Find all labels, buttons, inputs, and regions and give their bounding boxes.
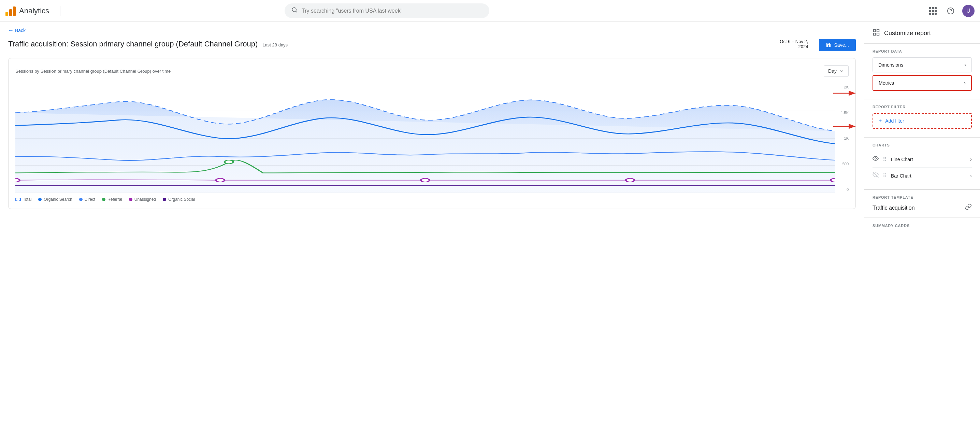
legend-total: Total	[15, 197, 32, 202]
add-filter-label: Add filter	[885, 118, 904, 124]
bar-chart-row[interactable]: ⠿ Bar Chart ›	[872, 168, 972, 184]
report-filter-label: REPORT FILTER	[872, 105, 972, 109]
legend-organic-search-label: Organic Search	[44, 197, 72, 202]
svg-point-13	[626, 178, 634, 182]
save-label: Save...	[834, 42, 849, 48]
metrics-row[interactable]: Metrics ›	[872, 75, 972, 91]
svg-point-14	[830, 178, 835, 182]
search-bar[interactable]	[285, 3, 489, 18]
legend-organic-search: Organic Search	[38, 197, 72, 202]
y-label-1.5k: 1.5K	[836, 111, 849, 115]
legend-organic-social-label: Organic Social	[168, 197, 195, 202]
legend-direct-label: Direct	[84, 197, 95, 202]
chart-area: 2K 1.5K 1K 500 0	[15, 84, 849, 193]
y-label-0: 0	[836, 188, 849, 191]
legend-total-icon	[15, 198, 21, 201]
legend-organic-search-icon	[38, 198, 41, 201]
y-label-500: 500	[836, 162, 849, 166]
avatar-initial: U	[966, 8, 970, 14]
dimensions-row[interactable]: Dimensions ›	[872, 57, 972, 72]
help-icon[interactable]	[945, 5, 957, 17]
save-button[interactable]: Save...	[819, 39, 856, 51]
legend-referral: Referral	[102, 197, 122, 202]
summary-cards-label: SUMMARY CARDS	[872, 224, 972, 228]
template-name: Traffic acquisition	[872, 205, 915, 211]
legend-unassigned-label: Unassigned	[134, 197, 156, 202]
svg-rect-23	[877, 33, 879, 35]
add-filter-row[interactable]: + Add filter	[872, 113, 972, 129]
bar-chart-label: Bar Chart	[891, 173, 912, 178]
time-selector[interactable]: Day	[824, 65, 849, 77]
logo-bar-3	[13, 6, 16, 16]
search-icon	[291, 7, 298, 15]
legend-referral-icon	[102, 198, 105, 201]
charts-section: CHARTS ⠿ Line Chart ›	[864, 137, 980, 189]
dimensions-chevron-icon: ›	[964, 62, 966, 68]
app-title: Analytics	[19, 6, 49, 15]
bar-chart-chevron-icon: ›	[970, 173, 972, 179]
svg-point-9	[224, 160, 233, 164]
back-label: Back	[15, 28, 25, 33]
line-chart-chevron-icon: ›	[970, 156, 972, 163]
bar-chart-left: ⠿ Bar Chart	[872, 172, 912, 180]
breadcrumb: ← Back	[0, 22, 864, 36]
bar-chart-drag-icon: ⠿	[883, 172, 887, 179]
legend-unassigned-icon	[129, 198, 132, 201]
line-chart-drag-icon: ⠿	[883, 156, 887, 163]
metrics-chevron-icon: ›	[964, 80, 966, 86]
page-title: Traffic acquisition: Session primary cha…	[8, 39, 774, 49]
y-label-2k: 2K	[836, 85, 849, 89]
chart-legend: Total Organic Search Direct Referral Una…	[15, 197, 849, 202]
report-filter-section: REPORT FILTER + Add filter	[864, 99, 980, 137]
nav-divider	[60, 6, 60, 16]
svg-point-12	[421, 178, 429, 182]
summary-cards-section: SUMMARY CARDS	[864, 218, 980, 237]
customize-icon	[872, 29, 880, 38]
chart-svg: 06 Oct 13 20 27	[15, 84, 835, 193]
line-chart-label: Line Chart	[891, 157, 913, 162]
metrics-label: Metrics	[879, 80, 894, 86]
chart-title: Sessions by Session primary channel grou…	[15, 69, 170, 74]
right-panel-title: Customize report	[884, 30, 931, 37]
top-navigation: Analytics U	[0, 0, 980, 22]
line-chart-row[interactable]: ⠿ Line Chart ›	[872, 151, 972, 168]
legend-organic-social: Organic Social	[163, 197, 195, 202]
page-title-area: Traffic acquisition: Session primary cha…	[8, 39, 774, 49]
logo-icon	[5, 6, 16, 16]
legend-direct: Direct	[79, 197, 95, 202]
page-subtitle: Last 28 days	[262, 42, 288, 48]
charts-label: CHARTS	[872, 143, 972, 147]
line-chart-left: ⠿ Line Chart	[872, 155, 913, 163]
legend-referral-label: Referral	[108, 197, 122, 202]
svg-point-10	[15, 178, 20, 182]
y-label-1k: 1K	[836, 136, 849, 140]
time-selector-label: Day	[828, 68, 837, 74]
bar-chart-eye-icon[interactable]	[872, 172, 879, 180]
report-template-label: REPORT TEMPLATE	[872, 195, 972, 199]
line-chart-eye-icon[interactable]	[872, 155, 879, 163]
date-range: Oct 6 – Nov 2,	[780, 39, 808, 44]
svg-rect-22	[873, 33, 876, 35]
apps-icon[interactable]	[927, 5, 939, 17]
svg-point-11	[216, 178, 224, 182]
svg-rect-20	[873, 30, 876, 32]
back-link[interactable]: ← Back	[8, 27, 25, 33]
chart-card: Sessions by Session primary channel grou…	[8, 58, 856, 209]
legend-unassigned: Unassigned	[129, 197, 156, 202]
legend-direct-icon	[79, 198, 83, 201]
date-range-area: Oct 6 – Nov 2, 2024	[780, 39, 808, 49]
template-row: Traffic acquisition	[872, 204, 972, 212]
svg-point-24	[875, 158, 877, 159]
plus-icon: +	[879, 118, 882, 124]
search-input[interactable]	[302, 8, 482, 14]
legend-total-label: Total	[23, 197, 32, 202]
left-content: ← Back Traffic acquisition: Session prim…	[0, 22, 864, 435]
dimensions-label: Dimensions	[878, 62, 903, 68]
avatar[interactable]: U	[962, 5, 975, 17]
template-link-icon[interactable]	[965, 204, 972, 212]
back-arrow-icon: ←	[8, 27, 14, 33]
main-layout: ← Back Traffic acquisition: Session prim…	[0, 22, 980, 435]
logo-bar-1	[5, 12, 8, 16]
svg-line-1	[296, 11, 297, 12]
page-header: Traffic acquisition: Session primary cha…	[0, 36, 864, 58]
